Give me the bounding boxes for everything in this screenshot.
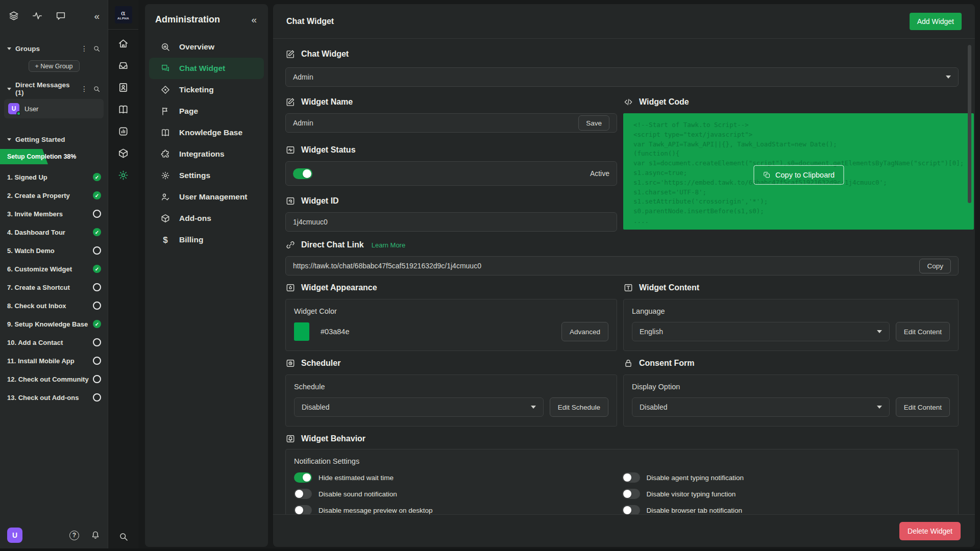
code-line: s1.setAttribute('crossorigin','*'); [633,197,964,207]
checklist-item[interactable]: 2. Create a Property✓ [0,188,108,203]
checklist-item[interactable]: 11. Install Mobile App [0,353,108,368]
nav-item-user-management[interactable]: User Management [149,186,264,208]
contacts-icon[interactable] [112,77,135,98]
id-square-icon [285,196,296,206]
nav-item-knowledge-base[interactable]: Knowledge Base [149,122,264,143]
display-option-dropdown[interactable]: Disabled [632,397,890,417]
collapse-sidebar-icon[interactable]: « [94,11,100,21]
bell-icon[interactable] [90,530,101,540]
disable-agent-typing-toggle[interactable] [622,472,640,483]
disable-sound-notification-toggle[interactable] [294,489,312,499]
nav-item-ticketing[interactable]: Ticketing [149,79,264,101]
widget-status-toggle[interactable] [293,168,312,179]
disable-visitor-typing-toggle[interactable] [622,489,640,499]
widget-status-section-header: Widget Status [285,145,617,155]
nav-item-settings[interactable]: Settings [149,165,264,186]
nav-item-add-ons[interactable]: Add-ons [149,208,264,229]
addons-box-icon[interactable] [112,142,135,164]
settings-gear-icon[interactable] [112,164,135,186]
widget-select-dropdown[interactable]: Admin [285,67,959,87]
edit-content-button[interactable]: Edit Content [896,322,950,341]
checklist-item[interactable]: 10. Add a Contact [0,335,108,350]
color-swatch[interactable] [294,322,309,341]
dm-kebab-icon[interactable]: ⋮ [80,85,89,92]
dm-user-item[interactable]: U User [4,99,104,118]
todo-circle-icon [93,210,101,218]
check-icon: ✓ [93,320,101,328]
advanced-button[interactable]: Advanced [561,322,608,341]
groups-title: Groups [15,45,40,53]
code-line: s0.parentNode.insertBefore(s1,s0); [633,207,964,216]
add-widget-button[interactable]: Add Widget [910,13,962,30]
disable-browser-tab-notification-toggle[interactable] [622,505,640,514]
schedule-dropdown[interactable]: Disabled [294,397,544,417]
direct-chat-link-header: Direct Chat Link Learn More [285,240,959,250]
chat-bubble-icon[interactable] [55,10,66,21]
groups-section-header[interactable]: Groups ⋮ [0,43,108,54]
checklist-item[interactable]: 1. Signed Up✓ [0,169,108,185]
nav-item-overview[interactable]: Overview [149,36,264,58]
new-group-row: + New Group [0,60,108,72]
page-title: Chat Widget [286,17,910,26]
groups-kebab-icon[interactable]: ⋮ [80,45,89,52]
checklist-item[interactable]: 4. Dashboard Tour✓ [0,224,108,240]
copy-link-button[interactable]: Copy [919,259,951,273]
home-icon[interactable] [112,33,135,55]
sidebar-bottom-bar: U ? [0,522,108,548]
disable-message-preview-toggle[interactable] [294,505,312,514]
notification-settings-title: Notification Settings [294,457,950,465]
widget-name-input[interactable]: Admin Save [285,113,617,133]
widget-behavior-header: Widget Behavior [285,434,959,444]
inbox-icon[interactable] [112,55,135,77]
activity-icon[interactable] [32,10,43,21]
checklist-item[interactable]: 3. Invite Members [0,206,108,221]
checklist-item[interactable]: 6. Customize Widget✓ [0,261,108,277]
delete-widget-button[interactable]: Delete Widget [899,522,961,540]
nav-item-integrations[interactable]: Integrations [149,143,264,165]
groups-search-icon[interactable] [93,45,101,53]
color-hex-value: #03a84e [321,328,349,336]
lock-icon [623,358,633,368]
nav-item-billing[interactable]: $ Billing [149,229,264,251]
search-icon[interactable] [118,532,129,542]
checklist-item[interactable]: 13. Check out Add-ons [0,390,108,405]
dm-search-icon[interactable] [93,85,101,93]
knowledge-book-icon[interactable] [112,98,135,120]
code-icon [623,97,633,107]
getting-started-header[interactable]: Getting Started [0,134,108,145]
reports-icon[interactable] [112,120,135,142]
direct-messages-header[interactable]: Direct Messages (1) ⋮ [0,83,108,94]
widget-appearance-header: Widget Appearance [285,283,617,293]
checklist-item[interactable]: 5. Watch Demo [0,243,108,258]
copy-to-clipboard-button[interactable]: Copy to Clipboard [753,165,844,185]
hide-estimated-wait-time-toggle[interactable] [294,472,312,483]
save-button[interactable]: Save [578,115,609,131]
scrollbar-thumb[interactable] [968,45,971,203]
widget-id-input[interactable]: 1j4cmuuc0 [285,212,617,232]
status-square-icon [285,145,296,155]
nav-item-page[interactable]: Page [149,101,264,122]
nav-item-chat-widget[interactable]: Chat Widget [149,58,264,79]
checklist-item[interactable]: 8. Check out Inbox [0,298,108,313]
language-label: Language [632,307,950,315]
layers-icon[interactable] [8,10,19,21]
online-status-dot [16,111,21,116]
direct-chat-link-input[interactable]: https://tawk.to/chat/68babc47f5caf519216… [285,256,959,276]
checklist-item[interactable]: 12. Check out Community [0,371,108,387]
chevron-down-icon [877,406,882,409]
new-group-button[interactable]: + New Group [29,60,80,72]
collapse-admin-icon[interactable]: « [251,15,257,24]
workspace-logo[interactable]: α ALPHA [115,6,132,23]
help-icon[interactable]: ? [69,531,79,540]
edit-schedule-button[interactable]: Edit Schedule [550,397,608,417]
learn-more-link[interactable]: Learn More [372,241,405,249]
schedule-card: Schedule Disabled Edit Schedule [285,374,617,427]
avatar[interactable]: U [7,528,22,543]
checklist-item[interactable]: 7. Create a Shortcut [0,280,108,295]
left-column: Widget Name Admin Save Widget Status Act… [285,97,617,232]
edit-consent-content-button[interactable]: Edit Content [896,397,950,417]
rail-divider [108,29,138,30]
check-icon: ✓ [93,265,101,273]
checklist-item[interactable]: 9. Setup Knowledge Base✓ [0,316,108,332]
language-dropdown[interactable]: English [632,322,890,341]
